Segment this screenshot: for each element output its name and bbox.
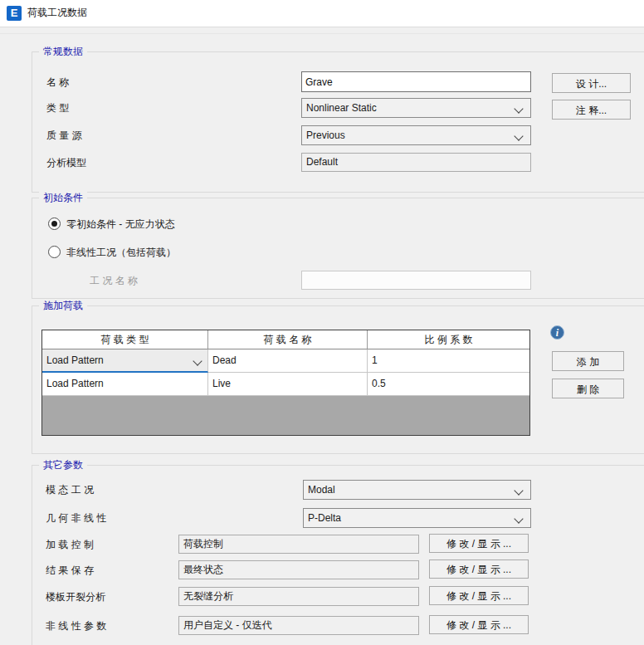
chevron-down-icon — [514, 486, 523, 495]
zero-initial-radio[interactable] — [48, 217, 61, 230]
group-other-label: 其它参数 — [39, 458, 87, 472]
group-initial-label: 初始条件 — [39, 191, 87, 205]
results-saved-field: 最终状态 — [178, 560, 419, 579]
title-bar — [0, 0, 644, 27]
modify-show-load-application-button[interactable]: 修 改 / 显 示 ... — [429, 534, 529, 553]
type-select-value: Nonlinear Static — [306, 102, 377, 114]
nonlinear-case-radio[interactable] — [48, 246, 61, 258]
nonlinear-case-radio-label[interactable]: 非线性工况（包括荷载） — [66, 246, 176, 259]
header-divider — [0, 33, 644, 34]
table-row: Load Pattern Dead 1 — [42, 349, 529, 373]
chevron-down-icon — [193, 356, 202, 365]
load-name-cell[interactable]: Dead — [208, 349, 368, 373]
mass-source-select[interactable]: Previous — [301, 125, 531, 145]
loads-table: 荷 载 类 型 荷 载 名 称 比 例 系 数 Load Pattern Dea… — [41, 330, 530, 436]
slab-cracking-label: 楼板开裂分析 — [46, 587, 105, 607]
scale-factor-cell[interactable]: 1 — [368, 349, 529, 373]
scale-factor-column-header: 比 例 系 数 — [368, 330, 529, 349]
modify-show-results-saved-button[interactable]: 修 改 / 显 示 ... — [429, 559, 529, 579]
analysis-model-label: 分析模型 — [46, 153, 86, 173]
load-name-column-header: 荷 载 名 称 — [208, 330, 368, 349]
slab-cracking-field: 无裂缝分析 — [178, 587, 419, 606]
window-title: 荷载工况数据 — [27, 0, 87, 27]
modify-show-slab-cracking-button[interactable]: 修 改 / 显 示 ... — [429, 586, 529, 605]
geometric-nonlinearity-select-value: P-Delta — [308, 512, 341, 524]
name-input[interactable] — [301, 71, 531, 92]
delete-button[interactable]: 删 除 — [552, 379, 624, 398]
design-button[interactable]: 设 计... — [552, 73, 631, 93]
notes-button[interactable]: 注 释... — [552, 100, 631, 120]
group-loads-label: 施加荷载 — [39, 299, 87, 313]
results-saved-label: 结 果 保 存 — [46, 560, 94, 580]
load-type-cell-combo[interactable]: Load Pattern — [42, 349, 208, 373]
chevron-down-icon — [514, 131, 523, 140]
group-general-label: 常规数据 — [39, 45, 87, 59]
add-button[interactable]: 添 加 — [552, 351, 624, 371]
chevron-down-icon — [514, 514, 523, 523]
mass-source-label: 质 量 源 — [46, 125, 82, 145]
chevron-down-icon — [514, 104, 523, 113]
scale-factor-cell[interactable]: 0.5 — [368, 373, 529, 396]
type-label: 类 型 — [46, 98, 69, 118]
geometric-nonlinearity-select[interactable]: P-Delta — [303, 508, 531, 528]
case-name-input — [301, 271, 531, 290]
nonlinear-parameters-field: 用户自定义 - 仅迭代 — [178, 616, 419, 635]
mass-source-select-value: Previous — [306, 129, 345, 141]
load-application-label: 加 载 控 制 — [46, 535, 94, 555]
modal-case-label: 模 态 工 况 — [46, 480, 94, 500]
zero-initial-radio-label[interactable]: 零初始条件 - 无应力状态 — [66, 217, 175, 231]
case-name-label: 工 况 名 称 — [90, 271, 138, 291]
geometric-nonlinearity-label: 几 何 非 线 性 — [46, 508, 106, 528]
analysis-model-field: Default — [301, 153, 531, 172]
modal-case-select[interactable]: Modal — [303, 480, 531, 500]
type-select[interactable]: Nonlinear Static — [301, 98, 531, 118]
modify-show-nonlinear-parameters-button[interactable]: 修 改 / 显 示 ... — [429, 615, 529, 634]
modal-case-select-value: Modal — [308, 484, 335, 496]
load-name-cell[interactable]: Live — [208, 373, 368, 396]
name-label: 名 称 — [46, 72, 69, 92]
load-type-cell[interactable]: Load Pattern — [42, 373, 208, 396]
load-application-field: 荷载控制 — [178, 535, 419, 554]
load-type-cell-value: Load Pattern — [46, 354, 104, 366]
nonlinear-parameters-label: 非 线 性 参 数 — [46, 616, 106, 636]
loads-table-header-row: 荷 载 类 型 荷 载 名 称 比 例 系 数 — [42, 330, 529, 349]
table-row: Load Pattern Live 0.5 — [42, 373, 529, 396]
load-type-column-header: 荷 载 类 型 — [42, 330, 208, 349]
app-icon: E — [7, 6, 22, 21]
info-icon[interactable]: i — [550, 325, 564, 340]
